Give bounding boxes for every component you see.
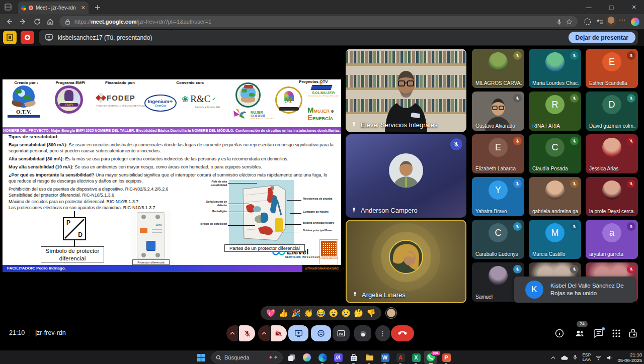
gold-m-logo-icon: M xyxy=(275,86,302,114)
edge-icon[interactable] xyxy=(317,352,328,363)
reaction-emoji[interactable]: 🤔 xyxy=(354,306,363,320)
rcd-diagram-image xyxy=(229,180,294,247)
participant-tile[interactable]: la profe Deysi cerca... xyxy=(586,177,638,216)
reaction-emoji[interactable]: 😮 xyxy=(329,306,338,320)
excel-icon[interactable]: X xyxy=(411,352,422,363)
window-maximize-button[interactable]: ▢ xyxy=(601,0,621,14)
pinned-tile-argelia-speaking[interactable]: Argelia Linares xyxy=(346,220,466,303)
more-options-button[interactable]: ⋮ xyxy=(375,325,390,341)
browser-menu-icon[interactable]: ⋯ xyxy=(619,16,627,24)
mic-options-chevron[interactable] xyxy=(226,325,238,341)
mic-muted-badge xyxy=(513,137,522,145)
favorites-bar-icon[interactable] xyxy=(596,18,604,26)
captions-button[interactable] xyxy=(333,325,350,341)
favorite-star-icon[interactable] xyxy=(566,19,573,25)
browser-profile-avatar[interactable] xyxy=(606,16,616,27)
reaction-emoji[interactable]: 💖 xyxy=(266,306,276,320)
word-icon[interactable]: W xyxy=(379,352,390,363)
reaction-emoji[interactable]: 😂 xyxy=(316,306,326,320)
window-close-button[interactable]: ✕ xyxy=(624,0,644,14)
participant-tile[interactable]: MILAGROS CARVAJ... xyxy=(472,49,524,88)
reaction-emoji[interactable]: 🎉 xyxy=(291,306,301,320)
recording-indicator-icon[interactable] xyxy=(21,31,34,44)
participant-tile[interactable]: R RINA FARIA xyxy=(529,92,581,131)
participant-tile[interactable]: M Marcia Castillo xyxy=(529,220,581,259)
participant-tile[interactable]: E Esther Scandella xyxy=(586,49,638,88)
voice-search-icon[interactable] xyxy=(556,19,562,25)
slide-label-convenio: Convenio con: xyxy=(169,80,212,85)
workspaces-icon[interactable] xyxy=(4,3,12,11)
new-tab-icon[interactable] xyxy=(94,4,102,12)
device-brand: CHNT xyxy=(156,224,163,226)
avatar: E xyxy=(489,138,508,157)
stop-presenting-button[interactable]: Dejar de presentar xyxy=(569,32,635,43)
participant-name: Claudia Posada xyxy=(532,166,568,171)
meeting-details-icon[interactable] xyxy=(554,328,565,338)
participant-tile[interactable]: Maria Lourdes Chac... xyxy=(529,49,581,88)
raise-hand-button[interactable] xyxy=(354,325,371,341)
meeting-code: jzr-frev-rdn xyxy=(35,329,65,336)
participant-tile[interactable]: D David guzman colm... xyxy=(586,92,638,131)
diagram-label: Bobina principal Fase xyxy=(303,229,338,232)
refresh-icon[interactable] xyxy=(33,18,41,26)
end-call-button[interactable] xyxy=(391,325,414,341)
onedrive-icon[interactable] xyxy=(560,355,568,360)
back-icon[interactable] xyxy=(5,18,13,26)
pinned-tile-anderson[interactable]: Anderson Campero xyxy=(346,134,466,218)
tray-mic-icon[interactable] xyxy=(573,354,578,360)
copilot-app-icon[interactable] xyxy=(301,352,312,363)
reactions-button[interactable] xyxy=(311,325,331,341)
reaction-skin-tone-selector[interactable] xyxy=(386,308,396,318)
activities-grid-icon[interactable] xyxy=(611,328,621,338)
qr-code: @ELEVELSERVICES xyxy=(319,239,338,264)
diagram-label: Contacto de Neutro xyxy=(303,210,338,214)
participant-tile[interactable]: E Elizabeth Labarca xyxy=(472,134,524,173)
home-icon[interactable] xyxy=(46,18,54,26)
browser-tab[interactable]: Meet - jzr-frev-rdn ✕ xyxy=(18,2,89,14)
camera-options-chevron[interactable] xyxy=(258,325,270,341)
tab-close-icon[interactable]: ✕ xyxy=(81,5,86,11)
slide-body-title: Tipos de sensibilidad: xyxy=(9,134,336,139)
acrobat-icon[interactable]: A xyxy=(395,352,406,363)
wifi-icon[interactable] xyxy=(595,355,602,360)
window-minimize-button[interactable]: — xyxy=(579,0,599,14)
mic-muted-button[interactable] xyxy=(239,325,255,341)
participant-tile[interactable]: Gustavo Alvarado xyxy=(472,92,524,131)
extension-icon[interactable] xyxy=(584,18,592,26)
video-editor-icon[interactable]: /Λ xyxy=(333,352,344,363)
reaction-emoji[interactable]: 😢 xyxy=(341,306,351,320)
powerpoint-icon[interactable]: P xyxy=(441,352,452,363)
symbol-lead-top xyxy=(74,211,75,217)
microsoft-store-icon[interactable] xyxy=(348,352,359,363)
participant-tile[interactable]: C Claudia Posada xyxy=(529,134,581,173)
present-screen-button[interactable] xyxy=(288,325,308,341)
participant-tile[interactable]: a aryatari garreta xyxy=(586,220,638,259)
participant-tile[interactable]: Jessica Arias xyxy=(586,134,638,173)
slide-label-financed: Financiado por: xyxy=(92,80,148,85)
copilot-icon[interactable] xyxy=(631,18,639,26)
hidden-icons-chevron[interactable] xyxy=(550,355,556,360)
pinned-tile-elevel[interactable]: Elevel Servicios Integrales xyxy=(346,49,466,132)
reaction-emoji[interactable]: 👍 xyxy=(279,306,288,320)
start-button[interactable] xyxy=(195,352,206,363)
taskbar-clock[interactable]: 21:1005-06-2025 xyxy=(617,352,642,363)
file-explorer-icon[interactable] xyxy=(364,352,375,363)
participant-tile[interactable]: Y Yahaira Bravo xyxy=(472,177,524,216)
task-view-icon[interactable] xyxy=(286,352,297,363)
mic-muted-badge xyxy=(513,51,522,60)
taskbar-search[interactable]: Búsqueda ✦✦ xyxy=(211,351,283,363)
participant-tile[interactable]: C Caraballo Eudenys xyxy=(472,220,524,259)
camera-off-button[interactable] xyxy=(271,325,287,341)
host-controls-icon[interactable] xyxy=(628,328,638,338)
participant-tile[interactable]: gabriela andreina ga... xyxy=(529,177,581,216)
address-bar[interactable]: https://meet.google.com/jzr-frev-rdn?pli… xyxy=(59,16,578,27)
reaction-emoji[interactable]: 👏 xyxy=(304,306,313,320)
reaction-emoji[interactable]: 👎 xyxy=(366,306,376,320)
language-indicator[interactable]: ESPLAA xyxy=(582,353,591,362)
recording-favicon xyxy=(29,6,33,10)
forward-icon[interactable] xyxy=(19,18,27,26)
device-lever xyxy=(146,241,155,251)
people-icon[interactable] xyxy=(575,328,585,338)
meet-pwa-icon[interactable] xyxy=(3,31,17,44)
volume-icon[interactable] xyxy=(606,355,613,360)
